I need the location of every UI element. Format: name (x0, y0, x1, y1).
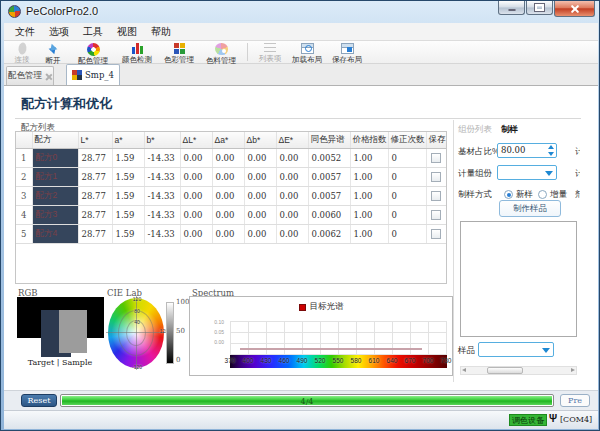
x-tick-label: 430 (261, 357, 272, 364)
row-index: 1 (16, 148, 32, 167)
spin-up-icon[interactable] (548, 145, 554, 149)
save-checkbox[interactable] (431, 153, 441, 163)
table-row[interactable]: 4配方328.771.59-14.330.000.000.000.000.006… (16, 205, 446, 224)
formula-name-cell[interactable]: 配方3 (32, 205, 78, 224)
toolbar-label: 列表项 (259, 54, 282, 64)
scroll-right-icon[interactable] (571, 368, 575, 372)
make-mode-label: 制样方式 (458, 189, 492, 201)
window-controls (497, 1, 595, 17)
tab-bar: 配色管理 Smp_4 (4, 64, 598, 85)
measure-component-label: 计量组份 (458, 168, 492, 180)
value-cell: 0 (388, 224, 426, 243)
clipped-text-fragment: 计 (575, 146, 580, 156)
value-cell: 0 (388, 205, 426, 224)
value-cell: 1.59 (112, 167, 144, 186)
save-checkbox[interactable] (431, 172, 441, 182)
make-sample-button[interactable]: 制作样品 (499, 200, 561, 217)
value-cell: 0.00 (180, 224, 212, 243)
toolbar-color-detect-button[interactable]: 颜色检测 (116, 41, 158, 64)
title-bar[interactable]: PeColorPro2.0 (1, 1, 600, 23)
tab-color-matching[interactable]: 配色管理 (6, 66, 54, 85)
value-cell: -14.33 (144, 167, 180, 186)
lightness-bar (166, 302, 174, 364)
tab-close-icon[interactable] (45, 73, 52, 80)
value-cell: -14.33 (144, 148, 180, 167)
toolbar-load-layout-button[interactable]: 加载布局 (287, 41, 327, 64)
minimize-button[interactable] (498, 1, 525, 15)
lab-axis-horizontal (106, 332, 168, 333)
table-row[interactable]: 2配方128.771.59-14.330.000.000.000.000.005… (16, 167, 446, 186)
spinner-arrows[interactable] (546, 145, 555, 156)
tab-components-list[interactable]: 组份列表 (458, 124, 492, 136)
component-listbox[interactable] (460, 221, 577, 337)
formula-name-cell[interactable]: 配方2 (32, 186, 78, 205)
value-cell: 0.00 (180, 167, 212, 186)
toolbar-disconnect-button[interactable]: 断开 (36, 41, 70, 64)
page-title: 配方计算和优化 (21, 95, 112, 113)
save-cell (426, 224, 446, 243)
menu-item-help[interactable]: 帮助 (144, 23, 178, 40)
value-cell: 1.59 (112, 205, 144, 224)
sample-select[interactable] (478, 342, 554, 357)
formula-name-cell[interactable]: 配方0 (32, 148, 78, 167)
progress-row: Reset 4/4 Pre (4, 390, 598, 410)
tab-smp4[interactable]: Smp_4 (66, 64, 120, 85)
column-header: a* (112, 132, 144, 148)
x-tick-label: 670 (405, 357, 416, 364)
save-checkbox[interactable] (431, 229, 441, 239)
value-cell: -14.33 (144, 224, 180, 243)
value-cell: 0.00 (212, 148, 244, 167)
scroll-left-icon[interactable] (462, 368, 466, 372)
base-ratio-label: 基材占比% (458, 146, 500, 158)
menu-item-file[interactable]: 文件 (8, 23, 42, 40)
menu-item-view[interactable]: 视图 (110, 23, 144, 40)
menu-item-options[interactable]: 选项 (42, 23, 76, 40)
column-header (16, 132, 32, 148)
toolbar-color-manage-button[interactable]: 色彩管理 (158, 41, 200, 64)
maximize-button[interactable] (526, 1, 553, 15)
column-header: b* (144, 132, 180, 148)
pre-button[interactable]: Pre (560, 394, 590, 407)
y-tick-label: 0.05 (214, 329, 224, 337)
chevron-down-icon (542, 348, 550, 353)
toolbar-connect-button[interactable]: 连接 (8, 41, 36, 64)
value-cell: 0.00 (244, 167, 276, 186)
x-tick-label: 460 (279, 357, 290, 364)
scrollbar-thumb[interactable] (487, 367, 523, 374)
sample-panel: 组份列表 制样 基材占比% 80.00 计量组份 制样方式 新样 增量 制作样品… (454, 122, 598, 384)
formula-name-cell[interactable]: 配方1 (32, 167, 78, 186)
horizontal-scrollbar[interactable] (460, 366, 577, 375)
table-row[interactable]: 1配方028.771.59-14.330.000.000.000.000.005… (16, 148, 446, 167)
value-cell: 0.0057 (308, 186, 350, 205)
com-port-label: [COM4] (560, 415, 592, 424)
save-cell (426, 205, 446, 224)
column-header: 同色异谱 (308, 132, 350, 148)
close-button[interactable] (554, 1, 595, 17)
value-cell: 0 (388, 167, 426, 186)
save-checkbox[interactable] (431, 210, 441, 220)
save-checkbox[interactable] (431, 191, 441, 201)
radio-increment[interactable] (538, 190, 547, 199)
formula-name-cell[interactable]: 配方4 (32, 224, 78, 243)
toolbar-color-matching-button[interactable]: 配色管理 (70, 41, 116, 64)
x-tick-label: 370 (225, 357, 236, 364)
value-cell: 0.0057 (308, 167, 350, 186)
toolbar-save-layout-button[interactable]: 保存布局 (327, 41, 367, 64)
value-cell: 0.00 (244, 186, 276, 205)
menu-item-tools[interactable]: 工具 (76, 23, 110, 40)
toolbar-list-items-button[interactable]: 列表项 (253, 41, 287, 64)
value-cell: 0.00 (180, 186, 212, 205)
window-title: PeColorPro2.0 (26, 5, 98, 17)
value-cell: 28.77 (78, 224, 112, 243)
spin-down-icon[interactable] (548, 152, 554, 156)
color-grid-icon (72, 70, 82, 80)
table-row[interactable]: 5配方428.771.59-14.330.000.000.000.000.006… (16, 224, 446, 243)
radio-new-sample[interactable] (504, 190, 513, 199)
tab-make-sample[interactable]: 制样 (501, 124, 518, 136)
toolbar-colorant-manage-button[interactable]: 色料管理 (200, 41, 242, 64)
table-row[interactable]: 3配方228.771.59-14.330.000.000.000.000.005… (16, 186, 446, 205)
reset-button[interactable]: Reset (21, 394, 57, 407)
x-tick-label: 400 (243, 357, 254, 364)
measure-component-select[interactable] (497, 165, 557, 180)
value-cell: 0.0062 (308, 224, 350, 243)
